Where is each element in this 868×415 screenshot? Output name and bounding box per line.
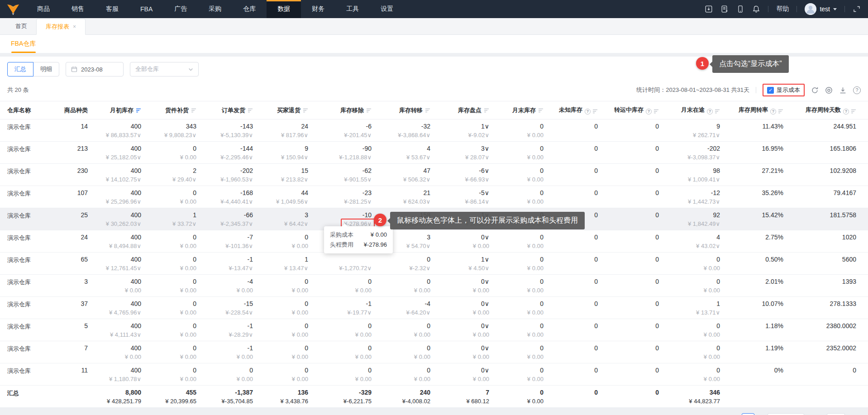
amount-value[interactable]: ¥ 150.94∨	[267, 153, 308, 162]
tab-home[interactable]: 首页	[6, 18, 36, 34]
help-icon[interactable]: ?	[853, 86, 861, 94]
summary-view-button[interactable]: 汇总	[7, 62, 33, 76]
nav-item-广告[interactable]: 广告	[163, 0, 198, 18]
quantity-value[interactable]: 0∨	[445, 343, 489, 353]
amount-value[interactable]: ¥ 53.67∨	[386, 153, 430, 162]
amount-value[interactable]: ¥-281.25∨	[323, 197, 372, 206]
quantity-value[interactable]: 0∨	[445, 233, 489, 242]
nav-item-工具[interactable]: 工具	[335, 0, 370, 18]
amount-value[interactable]: ¥ 33.72∨	[156, 219, 196, 228]
warehouse-select[interactable]: 全部仓库	[130, 62, 199, 76]
amount-value[interactable]: ¥ 1,442.73∨	[673, 197, 720, 206]
sort-icon[interactable]	[136, 108, 141, 113]
amount-value[interactable]: ¥ 25,182.05∨	[102, 153, 141, 162]
page-number-button[interactable]: 1	[742, 413, 754, 415]
quantity-value[interactable]: 1∨	[445, 255, 489, 264]
amount-value[interactable]: ¥ 506.32∨	[386, 175, 430, 184]
amount-value[interactable]: ¥-64.20∨	[386, 308, 430, 317]
sort-icon[interactable]	[538, 108, 544, 113]
show-cost-checkbox[interactable]: ✓ 显示成本	[763, 84, 805, 96]
app-logo[interactable]	[0, 0, 26, 18]
help-icon[interactable]: ?	[707, 109, 713, 114]
amount-value[interactable]: ¥-66.93∨	[445, 175, 489, 184]
goto-page-input[interactable]	[827, 413, 845, 415]
quantity-value[interactable]: 0∨	[445, 321, 489, 330]
amount-value[interactable]: ¥-28.29∨	[211, 330, 253, 339]
amount-value[interactable]: ¥ 4,765.96∨	[102, 308, 141, 317]
amount-value[interactable]: ¥ 213.82∨	[267, 175, 308, 184]
amount-value[interactable]: ¥ 30,262.03∨	[102, 219, 141, 228]
amount-value[interactable]: ¥ 8,494.88∨	[102, 242, 141, 250]
amount-value[interactable]: ¥-101.36∨	[211, 242, 253, 250]
sort-icon[interactable]	[592, 109, 598, 114]
fullscreen-icon[interactable]	[853, 5, 861, 13]
amount-value[interactable]: ¥ 1,842.49∨	[673, 219, 720, 228]
sort-icon[interactable]	[366, 108, 372, 113]
help-icon[interactable]: ?	[843, 109, 849, 114]
checkbox-checked-icon[interactable]: ✓	[767, 87, 774, 94]
help-link[interactable]: 帮助	[776, 5, 789, 13]
page-size-select[interactable]: 20条/页	[768, 413, 804, 415]
amount-value[interactable]: ¥-13.47∨	[211, 264, 253, 272]
nav-item-仓库[interactable]: 仓库	[232, 0, 267, 18]
amount-value[interactable]: ¥ 9,808.23∨	[156, 131, 196, 139]
amount-value[interactable]: ¥-228.54∨	[211, 308, 253, 317]
amount-value[interactable]: ¥-2,345.37∨	[211, 219, 253, 228]
amount-value[interactable]: ¥ 64.42∨	[267, 219, 308, 228]
download-client-icon[interactable]	[705, 5, 713, 13]
amount-value[interactable]: ¥-9.02∨	[445, 131, 489, 139]
nav-item-数据[interactable]: 数据	[267, 0, 301, 18]
tab-inventory-report[interactable]: 库存报表 ×	[36, 19, 86, 35]
nav-item-销售[interactable]: 销售	[61, 0, 95, 18]
bell-icon[interactable]	[752, 5, 760, 13]
amount-value[interactable]: ¥-5,130.39∨	[211, 131, 253, 139]
amount-value[interactable]: ¥ 1,009.41∨	[673, 175, 720, 184]
sort-icon[interactable]	[653, 109, 659, 114]
detail-view-button[interactable]: 明细	[33, 62, 59, 76]
amount-value[interactable]: ¥ 12,761.45∨	[102, 264, 141, 272]
amount-value[interactable]: ¥-3,868.64∨	[386, 131, 430, 139]
help-icon[interactable]: ?	[770, 109, 776, 114]
amount-value[interactable]: ¥-1,270.72∨	[323, 264, 372, 272]
amount-value[interactable]: ¥ 43.02∨	[673, 242, 720, 250]
mobile-app-icon[interactable]	[736, 5, 744, 13]
quantity-value[interactable]: 3∨	[445, 144, 489, 153]
amount-value[interactable]: ¥ 1,180.78∨	[102, 375, 141, 383]
sort-icon[interactable]	[248, 108, 253, 113]
amount-value[interactable]: ¥-1,218.88∨	[323, 153, 372, 162]
amount-value[interactable]: ¥-201.45∨	[323, 131, 372, 139]
amount-value[interactable]: ¥ 29.40∨	[156, 175, 196, 184]
nav-item-财务[interactable]: 财务	[301, 0, 335, 18]
download-icon[interactable]	[839, 86, 847, 94]
amount-value[interactable]: ¥-19.77∨	[323, 308, 372, 317]
amount-value[interactable]: ¥-86.14∨	[445, 197, 489, 206]
nav-item-FBA[interactable]: FBA	[129, 0, 163, 18]
help-icon[interactable]: ?	[585, 109, 591, 114]
sort-icon[interactable]	[303, 108, 308, 113]
close-icon[interactable]: ×	[73, 24, 76, 29]
nav-item-客服[interactable]: 客服	[95, 0, 129, 18]
amount-value[interactable]: ¥ 13.47∨	[267, 264, 308, 272]
amount-value[interactable]: ¥ 817.96∨	[267, 131, 308, 139]
amount-value[interactable]: ¥ 4.50∨	[445, 264, 489, 272]
amount-value[interactable]: ¥ 624.03∨	[386, 197, 430, 206]
amount-value[interactable]: ¥-3,098.37∨	[673, 153, 720, 162]
column-settings-icon[interactable]	[825, 86, 833, 94]
amount-value[interactable]: ¥-4,440.41∨	[211, 197, 253, 206]
amount-value[interactable]: ¥-2.32∨	[386, 264, 430, 272]
amount-value[interactable]: ¥-901.55∨	[323, 175, 372, 184]
amount-value[interactable]: ¥ 1,049.56∨	[267, 197, 308, 206]
amount-value[interactable]: ¥ 25,296.96∨	[102, 197, 141, 206]
sort-icon[interactable]	[484, 108, 489, 113]
sort-icon[interactable]	[425, 108, 430, 113]
amount-value[interactable]: ¥ 28.07∨	[445, 153, 489, 162]
quantity-value[interactable]: -6∨	[445, 166, 489, 175]
sort-icon[interactable]	[851, 109, 856, 114]
amount-value[interactable]: ¥-1,960.53∨	[211, 175, 253, 184]
subtab-fba-warehouse[interactable]: FBA仓库	[8, 35, 38, 53]
month-picker[interactable]: 2023-08	[66, 62, 124, 76]
quantity-value[interactable]: -5∨	[445, 188, 489, 197]
amount-value[interactable]: ¥ 262.71∨	[673, 131, 720, 139]
quantity-value[interactable]: 0∨	[445, 299, 489, 308]
amount-value[interactable]: ¥ 14,102.75∨	[102, 175, 141, 184]
